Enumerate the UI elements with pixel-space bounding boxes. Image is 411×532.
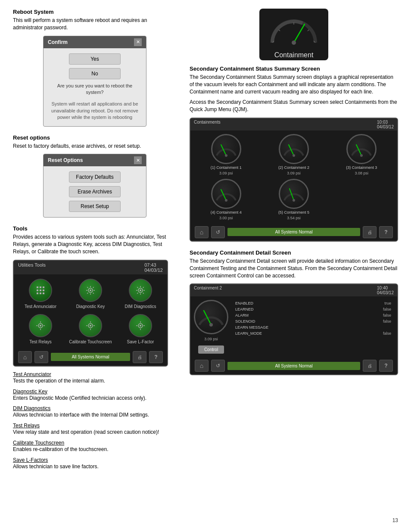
cont-home-button[interactable]: ⌂ (195, 226, 209, 238)
reset-close-button[interactable]: ✕ (134, 156, 142, 164)
calibrate-icon (79, 314, 102, 337)
reboot-desc: This will perform a system software rebo… (13, 17, 177, 31)
cont-gauge-4 (211, 179, 241, 209)
detail-home-button[interactable]: ⌂ (195, 360, 209, 372)
svg-line-15 (93, 292, 94, 293)
relays-icon (29, 314, 52, 337)
cont-gauge-5 (279, 179, 309, 209)
cont-gauge-2 (279, 134, 309, 164)
tools-screen-label: Utilities Tools (18, 262, 46, 273)
no-button[interactable]: No (69, 68, 121, 79)
svg-line-17 (93, 287, 94, 288)
svg-point-46 (140, 325, 141, 327)
detail-help-button[interactable]: ? (379, 360, 393, 372)
detail-field-value (355, 325, 393, 330)
tool-item-annunciator[interactable]: Test Annunciator (18, 279, 63, 309)
containment-summary-screen: Containments 10:03 04/03/12 (190, 118, 398, 242)
back-button[interactable]: ↺ (34, 351, 48, 363)
containment-summary-title: Secondary Containment Status Summary Scr… (190, 65, 398, 72)
tool-desc-calibrate: Enables re-calibration of the touchscree… (13, 446, 108, 452)
cont-label-4: (4) Containment 4 (211, 210, 242, 215)
lfactor-icon (129, 314, 152, 337)
detail-field-value: false (355, 331, 393, 336)
cont-label-3: (3) Containment 3 (346, 165, 377, 170)
tool-link-relays-item: Test Relays View relay state and test op… (13, 422, 177, 436)
cont-print-button[interactable]: 🖨 (363, 226, 377, 238)
help-button[interactable]: ? (149, 351, 163, 363)
svg-rect-8 (43, 292, 44, 294)
svg-line-24 (137, 287, 138, 288)
svg-line-52 (294, 24, 305, 43)
tools-screen: Utilities Tools 07:43 04/03/12 (13, 260, 168, 367)
tools-grid: Test Annunciator (14, 274, 167, 348)
svg-rect-6 (37, 292, 38, 294)
confirm-question: Are you sure you want to reboot the syst… (50, 83, 140, 96)
yes-button[interactable]: Yes (69, 53, 121, 65)
calibrate-label: Calibrate Touchscreen (69, 339, 112, 344)
detail-field-name: ENABLED (234, 301, 354, 306)
detail-field-name: LEARNED (234, 307, 354, 312)
cont-label-1: (1) Containment 1 (211, 165, 242, 170)
tool-link-diagnostic[interactable]: Diagnostic Key (13, 389, 47, 395)
containment-detail-desc: The Secondary Containment Detail screen … (190, 258, 398, 279)
cont-summary-header: Containments 10:03 04/03/12 (190, 118, 397, 131)
confirm-dialog: Confirm ✕ Yes No Are you sure you want t… (43, 36, 146, 127)
detail-header-time: 10:40 04/03/12 (377, 286, 394, 295)
detail-print-button[interactable]: 🖨 (363, 360, 377, 372)
detail-back-button[interactable]: ↺ (211, 360, 225, 372)
svg-point-57 (293, 154, 295, 157)
cont-help-button[interactable]: ? (379, 226, 393, 238)
reset-section: Reset options Reset to factory defaults,… (13, 134, 177, 218)
page-number: 13 (392, 517, 398, 523)
svg-line-25 (143, 292, 144, 293)
svg-point-53 (292, 40, 296, 45)
dialog-close-button[interactable]: ✕ (134, 38, 142, 46)
containment-summary-desc2: Access the Secondary Containment Status … (190, 99, 398, 113)
cont-summary-footer: ⌂ ↺ All Systems Normal 🖨 ? (190, 224, 397, 241)
svg-point-28 (140, 289, 141, 291)
tool-desc-relays: View relay state and test operation (rea… (13, 429, 159, 435)
detail-field-name: LEARN_MODE (234, 331, 354, 336)
tool-link-annunciator[interactable]: Test Annunciator (13, 371, 51, 377)
print-button[interactable]: 🖨 (133, 351, 146, 363)
tool-item-dim[interactable]: DIM Diagnostics (118, 279, 163, 309)
reboot-section: Reboot System This will perform a system… (13, 9, 177, 127)
tool-link-relays[interactable]: Test Relays (13, 423, 40, 429)
cont-summary-header-label: Containments (194, 120, 221, 129)
tools-screen-footer: ⌂ ↺ All Systems Normal 🖨 ? (14, 348, 167, 366)
detail-field-name: SOLENOID (234, 319, 354, 324)
svg-point-63 (293, 199, 295, 202)
tool-item-calibrate[interactable]: Calibrate Touchscreen (68, 314, 113, 344)
cont-gauge-3 (346, 134, 377, 164)
tool-link-dim[interactable]: DIM Diagnostics (13, 405, 50, 411)
detail-field-value: false (355, 313, 393, 318)
svg-line-50 (308, 30, 309, 31)
tool-link-calibrate[interactable]: Calibrate Touchscreen (13, 440, 64, 446)
svg-point-65 (209, 323, 213, 327)
detail-field-name: LEARN MESSAGE (234, 325, 354, 330)
tool-item-lfactor[interactable]: Save L-Factor (118, 314, 163, 344)
tool-link-lfactor[interactable]: Save L-Factors (13, 457, 48, 463)
svg-line-14 (87, 287, 88, 288)
annunciator-icon (29, 279, 52, 302)
tool-item-diagnostic-key[interactable]: Diagnostic Key (68, 279, 113, 309)
annunciator-label: Test Annunciator (25, 304, 56, 309)
erase-archives-button[interactable]: Erase Archives (69, 186, 121, 197)
home-button[interactable]: ⌂ (18, 351, 32, 363)
tool-item-relays[interactable]: Test Relays (18, 314, 63, 344)
svg-point-40 (90, 325, 91, 327)
tool-desc-lfactor: Allows technician to save line factors. (13, 464, 99, 470)
svg-point-61 (225, 199, 227, 202)
cont-back-button[interactable]: ↺ (211, 226, 225, 238)
reset-title: Reset options (13, 134, 177, 141)
detail-footer: ⌂ ↺ All Systems Normal 🖨 ? (190, 357, 397, 374)
factory-defaults-button[interactable]: Factory Defaults (69, 171, 121, 183)
reset-setup-button[interactable]: Reset Setup (69, 201, 121, 212)
svg-rect-7 (40, 292, 41, 294)
diagnostic-key-label: Diagnostic Key (76, 304, 105, 309)
detail-body: 3.09 psi Control ENABLEDtrueLEARNEDfalse… (190, 296, 397, 357)
detail-field-value: false (355, 307, 393, 312)
cont-psi-3: 3.08 psi (355, 171, 369, 175)
gauge-display-label: Containment (274, 51, 314, 59)
control-button[interactable]: Control (198, 345, 224, 354)
